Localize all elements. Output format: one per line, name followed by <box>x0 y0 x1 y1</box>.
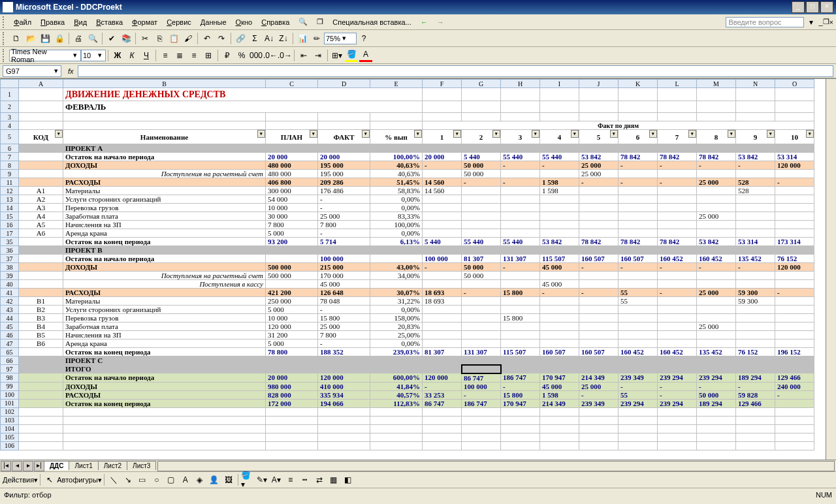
cell[interactable] <box>501 416 540 424</box>
cell[interactable] <box>658 229 697 238</box>
cell[interactable] <box>423 280 462 289</box>
col-header-G[interactable]: G <box>462 80 501 88</box>
cell[interactable]: 58,83% <box>370 187 423 195</box>
cell[interactable] <box>736 144 775 153</box>
cell[interactable]: - <box>318 339 370 348</box>
cell[interactable]: 239,03% <box>370 348 423 356</box>
filter-header-day[interactable]: 1▾ <box>423 130 462 144</box>
cell[interactable]: - <box>501 178 540 187</box>
filter-header-day[interactable]: 2▾ <box>462 130 501 144</box>
cell[interactable]: 55 440 <box>540 153 579 161</box>
cell[interactable]: Материалы <box>63 187 266 195</box>
cell[interactable] <box>462 195 501 204</box>
cell[interactable] <box>697 407 736 416</box>
cell[interactable]: 189 294 <box>697 399 736 407</box>
cell[interactable] <box>775 433 814 441</box>
sheet-tab-ДДС[interactable]: ДДС <box>44 461 69 470</box>
cell[interactable]: 14 560 <box>423 178 462 187</box>
cell[interactable]: 78 842 <box>619 153 658 161</box>
filter-dropdown-icon[interactable]: ▾ <box>492 130 500 138</box>
cell[interactable] <box>501 407 540 416</box>
cell[interactable] <box>775 314 814 323</box>
cell[interactable] <box>697 195 736 204</box>
cell[interactable]: 135 452 <box>697 348 736 356</box>
cell[interactable] <box>462 204 501 212</box>
menu-Файл[interactable]: Файл <box>9 17 36 27</box>
underline-icon[interactable]: Ч <box>140 49 153 62</box>
cell[interactable]: Остаток на конец периода <box>63 399 266 407</box>
cell[interactable] <box>697 221 736 229</box>
cell[interactable]: 15 800 <box>501 289 540 297</box>
cell[interactable] <box>579 356 619 365</box>
filter-dropdown-icon[interactable]: ▾ <box>362 130 370 138</box>
cell[interactable] <box>540 195 579 204</box>
menu-Правка[interactable]: Правка <box>36 17 69 27</box>
cell[interactable]: 15 800 <box>501 314 540 323</box>
cell[interactable]: 160 507 <box>540 348 579 356</box>
row-header[interactable]: 105 <box>1 433 19 441</box>
cell[interactable]: Аренда крана <box>63 229 266 238</box>
cell[interactable]: 83,33% <box>370 212 423 221</box>
italic-icon[interactable]: К <box>125 49 138 62</box>
cell[interactable] <box>658 144 697 153</box>
cell[interactable] <box>619 246 658 255</box>
sheet-tab-Лист3[interactable]: Лист3 <box>127 461 156 470</box>
cell[interactable]: В1 <box>19 297 63 306</box>
cell[interactable] <box>370 441 423 450</box>
cell[interactable]: 0,00% <box>370 339 423 348</box>
cell[interactable]: - <box>462 289 501 297</box>
cell[interactable]: - <box>658 382 697 390</box>
shadow-icon[interactable]: ▦ <box>327 473 340 486</box>
cell[interactable] <box>19 390 63 399</box>
cell[interactable]: 115 507 <box>540 255 579 263</box>
cell[interactable] <box>658 306 697 314</box>
cell[interactable] <box>736 424 775 433</box>
cell[interactable]: Остаток на начало периода <box>63 255 266 263</box>
select-icon[interactable]: ↖ <box>43 473 56 486</box>
percent-icon[interactable]: % <box>235 49 248 62</box>
paste-icon[interactable]: 📋 <box>167 32 180 45</box>
menubar-handle[interactable] <box>3 16 7 28</box>
cell[interactable] <box>423 144 462 153</box>
cell[interactable]: 158,00% <box>370 314 423 323</box>
filter-header-day[interactable]: 4▾ <box>540 130 579 144</box>
cell[interactable] <box>19 433 63 441</box>
cell[interactable] <box>19 255 63 263</box>
cell[interactable] <box>697 416 736 424</box>
cell[interactable] <box>501 424 540 433</box>
cell[interactable] <box>370 424 423 433</box>
col-header-E[interactable]: E <box>370 80 423 88</box>
cell[interactable]: 195 000 <box>318 170 370 178</box>
actions-menu[interactable]: Действия <box>3 476 34 484</box>
cell[interactable] <box>619 314 658 323</box>
filter-header[interactable]: % вып▾ <box>370 130 423 144</box>
undo-icon[interactable]: ↶ <box>201 32 214 45</box>
cell[interactable] <box>501 356 540 365</box>
cell[interactable] <box>579 144 619 153</box>
cell[interactable]: 196 152 <box>775 348 814 356</box>
row-header[interactable]: 1 <box>1 88 19 101</box>
cell[interactable] <box>697 306 736 314</box>
cell[interactable] <box>775 441 814 450</box>
cell[interactable]: 50 000 <box>462 170 501 178</box>
cell[interactable] <box>462 187 501 195</box>
cell[interactable] <box>462 144 501 153</box>
cell[interactable] <box>501 280 540 289</box>
cell[interactable]: 25 000 <box>579 382 619 390</box>
rect-icon[interactable]: ▭ <box>136 473 149 486</box>
special-paste-icon1[interactable]: 🔍 <box>294 16 312 27</box>
cell[interactable]: Начисления на ЗП <box>63 221 266 229</box>
cell[interactable] <box>266 433 318 441</box>
cell[interactable] <box>501 272 540 280</box>
cell[interactable]: - <box>697 382 736 390</box>
cell[interactable] <box>736 433 775 441</box>
cell[interactable] <box>697 356 736 365</box>
cell[interactable] <box>619 195 658 204</box>
cell[interactable] <box>19 441 63 450</box>
cell[interactable] <box>658 356 697 365</box>
cell[interactable] <box>736 246 775 255</box>
cell[interactable]: - <box>619 178 658 187</box>
special-paste-icon2[interactable]: ❐ <box>312 16 328 27</box>
cell[interactable]: 34,00% <box>370 272 423 280</box>
cell[interactable] <box>775 212 814 221</box>
